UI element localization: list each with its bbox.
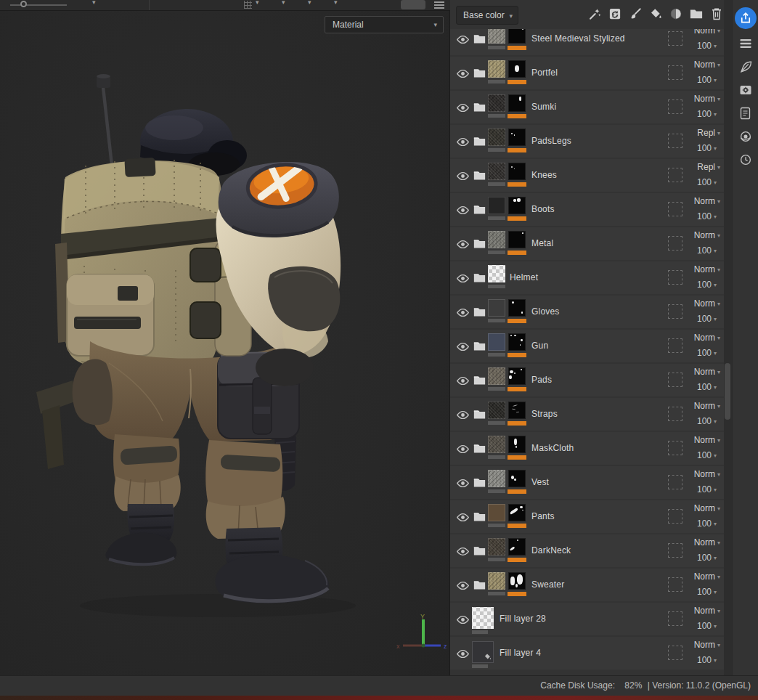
share-button[interactable] (735, 7, 757, 29)
layer-name[interactable]: DarkNeck (531, 534, 571, 567)
layer-row[interactable]: Fill layer 4 Norm▾ 100▾ (450, 637, 724, 670)
material-thumbnail[interactable] (488, 402, 505, 419)
layer-row[interactable]: Gun Norm▾ 100▾ (450, 330, 724, 362)
layer-row[interactable]: Vest Norm▾ 100▾ (450, 466, 724, 499)
material-slot-box[interactable] (668, 577, 682, 592)
delete-layer-icon[interactable] (710, 7, 723, 21)
visibility-eye-icon[interactable] (457, 512, 469, 521)
layer-row[interactable]: Pads Norm▾ 100▾ (450, 364, 724, 396)
opacity-select[interactable]: 100▾ (697, 109, 717, 119)
layer-name[interactable]: Gloves (531, 296, 560, 328)
visibility-eye-icon[interactable] (457, 68, 469, 78)
layer-name[interactable]: Pants (531, 500, 555, 533)
mask-thumbnail[interactable] (508, 163, 526, 180)
blend-mode-select[interactable]: Norm▾ (694, 196, 720, 206)
layer-name[interactable]: Vest (531, 466, 549, 499)
material-slot-box[interactable] (668, 373, 682, 387)
visibility-eye-icon[interactable] (457, 102, 469, 112)
visibility-eye-icon[interactable] (457, 375, 469, 385)
layer-row[interactable]: Boots Norm▾ 100▾ (450, 193, 724, 226)
tool-chevron-icon[interactable]: ▾ (308, 0, 311, 6)
scrollbar-thumb[interactable] (725, 363, 730, 420)
visibility-eye-icon[interactable] (457, 478, 469, 487)
material-thumbnail[interactable] (488, 265, 505, 282)
menu-icon[interactable] (434, 1, 444, 9)
layer-name[interactable]: Boots (531, 193, 555, 226)
visibility-eye-icon[interactable] (457, 580, 469, 590)
visibility-eye-icon[interactable] (457, 546, 469, 555)
blend-mode-select[interactable]: Norm▾ (694, 435, 720, 445)
opacity-select[interactable]: 100▾ (697, 518, 717, 529)
layer-name[interactable]: Fill layer 4 (500, 637, 541, 670)
properties-panel-icon[interactable] (738, 106, 752, 120)
blend-mode-select[interactable]: Norm▾ (694, 264, 720, 274)
layer-name[interactable]: Helmet (510, 261, 538, 294)
opacity-select[interactable]: 100▾ (697, 416, 717, 426)
material-slot-box[interactable] (668, 509, 682, 524)
texture-set-settings-icon[interactable] (738, 83, 752, 97)
mask-thumbnail[interactable] (508, 538, 526, 555)
mask-thumbnail[interactable] (508, 504, 526, 521)
material-thumbnail[interactable] (488, 470, 505, 487)
material-slot-box[interactable] (668, 31, 682, 46)
opacity-select[interactable]: 100▾ (697, 245, 717, 256)
layer-row[interactable]: Helmet Norm▾ 100▾ (450, 261, 724, 294)
opacity-select[interactable]: 100▾ (697, 314, 717, 324)
tool-chevron-icon[interactable]: ▾ (334, 0, 338, 6)
opacity-select[interactable]: 100▾ (697, 587, 717, 597)
opacity-select[interactable]: 100▾ (697, 655, 717, 665)
blend-mode-select[interactable]: Norm▾ (694, 401, 720, 411)
layer-row[interactable]: MaskCloth Norm▾ 100▾ (450, 432, 724, 465)
material-slot-box[interactable] (668, 202, 682, 216)
layer-name[interactable]: Sweater (531, 569, 564, 601)
blend-mode-select[interactable]: Norm▾ (694, 367, 720, 377)
layer-row[interactable]: Sumki Norm▾ 100▾ (450, 91, 724, 123)
layer-row[interactable]: Pants Norm▾ 100▾ (450, 500, 724, 533)
visibility-eye-icon[interactable] (457, 239, 469, 248)
layers-panel-icon[interactable] (738, 36, 752, 50)
layer-row[interactable]: Metal Norm▾ 100▾ (450, 227, 724, 260)
material-thumbnail[interactable] (472, 641, 494, 663)
layer-name[interactable]: Gun (531, 330, 548, 362)
material-slot-box[interactable] (668, 543, 682, 558)
layer-row[interactable]: Straps Norm▾ 100▾ (450, 398, 724, 431)
add-fill-layer-icon[interactable] (649, 7, 662, 21)
material-thumbnail[interactable] (488, 333, 505, 351)
opacity-select[interactable]: 100▾ (697, 143, 717, 153)
layer-name[interactable]: Metal (531, 227, 553, 260)
opacity-select[interactable]: 100▾ (697, 211, 717, 221)
layer-name[interactable]: Pads (531, 364, 552, 396)
add-effect-wand-icon[interactable] (588, 7, 601, 21)
visibility-eye-icon[interactable] (457, 34, 469, 44)
material-slot-box[interactable] (668, 168, 682, 182)
mask-thumbnail[interactable] (508, 436, 526, 453)
blend-mode-select[interactable]: Norm▾ (694, 94, 720, 104)
layer-row[interactable]: PadsLegs Repl▾ 100▾ (450, 125, 724, 158)
layer-row[interactable]: DarkNeck Norm▾ 100▾ (450, 534, 724, 567)
layer-name[interactable]: Straps (531, 398, 558, 431)
material-slot-box[interactable] (668, 65, 682, 80)
material-thumbnail[interactable] (488, 367, 505, 385)
layer-row[interactable]: Sweater Norm▾ 100▾ (450, 569, 724, 601)
blend-mode-select[interactable]: Repl▾ (697, 162, 720, 172)
mask-thumbnail[interactable] (508, 197, 526, 214)
active-tool-button[interactable] (401, 0, 425, 9)
blend-mode-select[interactable]: Norm▾ (694, 640, 720, 650)
blend-mode-select[interactable]: Norm▾ (694, 606, 720, 616)
material-thumbnail[interactable] (488, 94, 505, 112)
material-slot-box[interactable] (668, 270, 682, 285)
material-thumbnail[interactable] (488, 129, 505, 146)
opacity-select[interactable]: 100▾ (697, 484, 717, 495)
opacity-select[interactable]: 100▾ (697, 280, 717, 290)
mask-thumbnail[interactable] (508, 367, 526, 385)
mask-thumbnail[interactable] (508, 299, 526, 317)
layers-scrollbar[interactable] (724, 0, 732, 675)
mask-thumbnail[interactable] (508, 129, 526, 146)
history-panel-icon[interactable] (738, 152, 752, 166)
material-thumbnail[interactable] (488, 299, 505, 317)
display-settings-icon[interactable] (738, 129, 752, 143)
material-slot-box[interactable] (668, 134, 682, 148)
tool-chevron-icon[interactable]: ▾ (256, 0, 259, 6)
material-slot-box[interactable] (668, 441, 682, 455)
tool-chevron-icon[interactable]: ▾ (282, 0, 285, 6)
